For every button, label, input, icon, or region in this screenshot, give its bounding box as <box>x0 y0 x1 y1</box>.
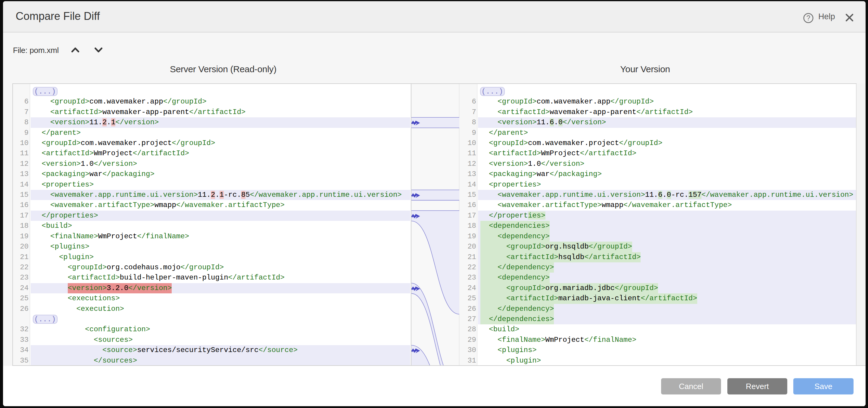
svg-text:?: ? <box>807 14 810 22</box>
